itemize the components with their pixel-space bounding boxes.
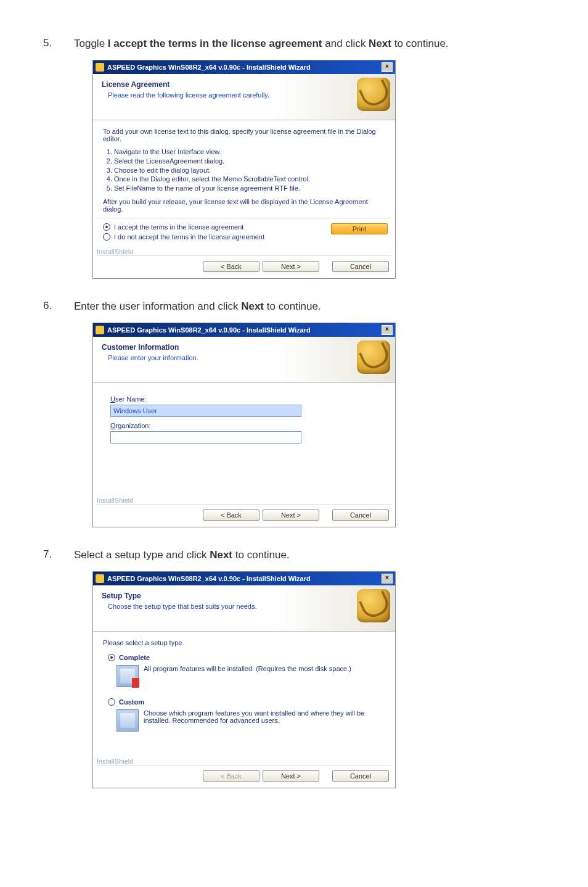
step-text: Enter the user information and click Nex… xyxy=(74,300,545,314)
complete-label: Complete xyxy=(119,654,150,661)
brand-label: InstallShield xyxy=(93,248,395,255)
header-subtitle: Choose the setup type that best suits yo… xyxy=(108,603,386,610)
t: Select a setup type and click xyxy=(74,549,210,561)
t: U xyxy=(110,395,115,403)
titlebar: ASPEED Graphics WinS08R2_x64 v.0.90c - I… xyxy=(93,60,395,74)
custom-box-icon xyxy=(116,709,139,732)
radio-reject[interactable]: I do not accept the terms in the license… xyxy=(103,233,331,241)
t: and click xyxy=(322,38,369,49)
t: Enter the user information and click xyxy=(74,300,241,312)
next-button[interactable]: Next > xyxy=(263,261,319,272)
list-item: Once in the Dialog editor, select the Me… xyxy=(114,175,385,184)
back-button[interactable]: < Back xyxy=(203,770,259,782)
list-item: Select the LicenseAgreement dialog. xyxy=(114,157,385,166)
accept-section: I accept the terms in the license agreem… xyxy=(93,218,395,244)
print-button[interactable]: Print xyxy=(331,223,388,234)
installer-icon xyxy=(96,326,104,334)
t: O xyxy=(110,422,116,429)
cancel-button[interactable]: Cancel xyxy=(332,510,389,521)
step-text: Toggle I accept the terms in the license… xyxy=(74,37,545,51)
header-title: License Agreement xyxy=(102,80,386,89)
custom-label: Custom xyxy=(119,698,144,706)
installer-logo-icon xyxy=(357,340,390,374)
t: ser Name: xyxy=(115,395,147,403)
dialog-body: To add your own license text to this dia… xyxy=(93,120,395,218)
button-row: < Back Next > Cancel xyxy=(93,765,395,788)
installer-logo-icon xyxy=(357,78,390,111)
cancel-button[interactable]: Cancel xyxy=(332,261,389,272)
brand-label: InstallShield xyxy=(93,757,395,765)
header-title: Setup Type xyxy=(102,592,386,600)
license-steps-list: Navigate to the User Interface view. Sel… xyxy=(114,147,385,193)
next-button[interactable]: Next > xyxy=(263,770,319,782)
step-5: 5. Toggle I accept the terms in the lice… xyxy=(43,37,545,51)
header-subtitle: Please read the following license agreem… xyxy=(108,91,386,99)
button-row: < Back Next > Cancel xyxy=(93,256,395,278)
step-7: 7. Select a setup type and click Next to… xyxy=(43,548,545,563)
back-button[interactable]: < Back xyxy=(203,510,259,521)
custom-description: Choose which program features you want i… xyxy=(144,709,385,732)
t: Next xyxy=(369,38,391,49)
username-field[interactable]: Windows User xyxy=(110,405,301,417)
installer-icon xyxy=(96,63,104,72)
radio-accept[interactable]: I accept the terms in the license agreem… xyxy=(103,223,331,231)
t: I accept the terms in the license agreem… xyxy=(108,38,322,49)
complete-description: All program features will be installed. … xyxy=(144,665,385,687)
license-dialog: ASPEED Graphics WinS08R2_x64 v.0.90c - I… xyxy=(92,60,396,279)
radio-accept-label: I accept the terms in the license agreem… xyxy=(114,223,243,231)
radio-icon xyxy=(108,654,115,661)
license-outro: After you build your release, your licen… xyxy=(103,198,385,213)
t: rganization: xyxy=(116,422,151,429)
back-button[interactable]: < Back xyxy=(203,261,259,272)
window-title: ASPEED Graphics WinS08R2_x64 v.0.90c - I… xyxy=(107,575,382,582)
organization-field[interactable] xyxy=(110,431,301,444)
radio-icon xyxy=(103,233,110,241)
titlebar: ASPEED Graphics WinS08R2_x64 v.0.90c - I… xyxy=(93,572,395,585)
radio-complete[interactable]: Complete xyxy=(108,654,385,661)
radio-custom[interactable]: Custom xyxy=(108,698,385,706)
step-number: 5. xyxy=(43,37,74,51)
t: to continue. xyxy=(264,300,321,312)
t: to continue. xyxy=(391,38,449,49)
complete-option: All program features will be installed. … xyxy=(116,665,385,687)
dialog-header: Customer Information Please enter your i… xyxy=(93,337,395,383)
complete-box-icon xyxy=(116,665,139,687)
step-number: 7. xyxy=(43,548,74,563)
step-number: 6. xyxy=(43,300,74,314)
close-icon[interactable]: × xyxy=(382,574,393,584)
custom-option: Choose which program features you want i… xyxy=(116,709,385,732)
t: Toggle xyxy=(74,38,108,49)
next-button[interactable]: Next > xyxy=(263,510,319,521)
dialog-header: License Agreement Please read the follow… xyxy=(93,74,395,120)
dialog-body: Please select a setup type. Complete All… xyxy=(93,632,395,754)
installer-icon xyxy=(96,574,104,583)
header-title: Customer Information xyxy=(102,343,386,352)
close-icon[interactable]: × xyxy=(382,62,393,72)
dialog-body: User Name: Windows User Organization: xyxy=(93,383,395,493)
close-icon[interactable]: × xyxy=(382,325,393,335)
window-title: ASPEED Graphics WinS08R2_x64 v.0.90c - I… xyxy=(107,326,382,334)
t: Next xyxy=(241,300,264,312)
list-item: Navigate to the User Interface view. xyxy=(114,147,385,157)
brand-label: InstallShield xyxy=(93,497,395,504)
button-row: < Back Next > Cancel xyxy=(93,505,395,527)
t: Next xyxy=(210,549,232,561)
setup-prompt: Please select a setup type. xyxy=(103,639,385,646)
organization-label: Organization: xyxy=(110,422,385,429)
titlebar: ASPEED Graphics WinS08R2_x64 v.0.90c - I… xyxy=(93,323,395,337)
username-value: Windows User xyxy=(113,407,157,415)
dialog-header: Setup Type Choose the setup type that be… xyxy=(93,585,395,632)
list-item: Choose to edit the dialog layout. xyxy=(114,166,385,175)
license-intro: To add your own license text to this dia… xyxy=(103,128,385,142)
radio-reject-label: I do not accept the terms in the license… xyxy=(114,233,264,241)
list-item: Set FileName to the name of your license… xyxy=(114,184,385,193)
t: to continue. xyxy=(232,549,290,561)
radio-icon xyxy=(103,223,110,231)
installer-logo-icon xyxy=(357,589,390,622)
setup-type-dialog: ASPEED Graphics WinS08R2_x64 v.0.90c - I… xyxy=(92,571,396,788)
cancel-button[interactable]: Cancel xyxy=(332,770,389,782)
step-6: 6. Enter the user information and click … xyxy=(43,300,545,314)
step-text: Select a setup type and click Next to co… xyxy=(74,548,545,563)
username-label: User Name: xyxy=(110,395,385,403)
customer-info-dialog: ASPEED Graphics WinS08R2_x64 v.0.90c - I… xyxy=(92,323,396,527)
